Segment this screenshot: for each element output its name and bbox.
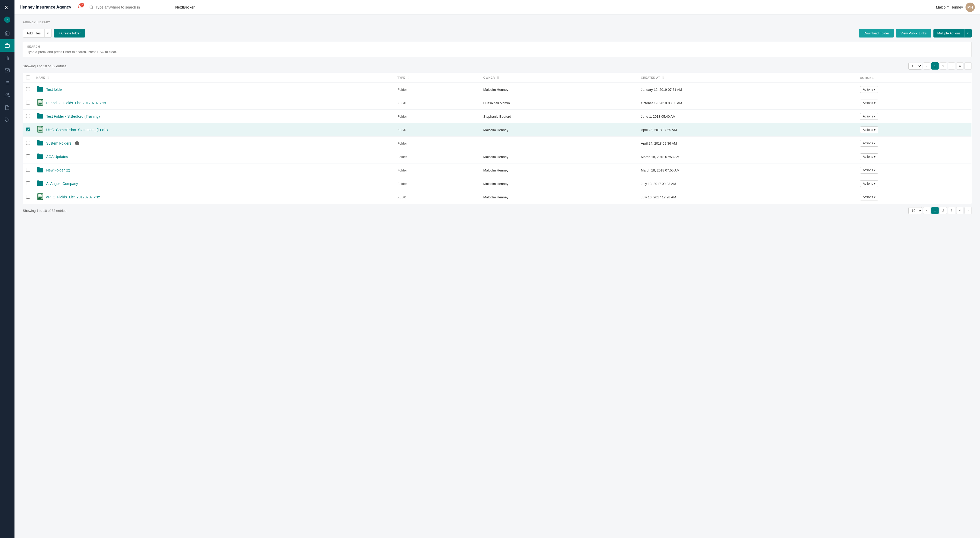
type-value: Folder [398, 182, 407, 186]
per-page-select-bottom[interactable]: 10 25 50 [908, 207, 922, 214]
owner-column-header[interactable]: OWNER ⇅ [480, 73, 638, 83]
file-icon [37, 166, 44, 174]
sidebar-expand-button[interactable]: › [4, 17, 10, 23]
multiple-actions-arrow[interactable]: ▾ [964, 29, 972, 37]
row-checkbox[interactable] [26, 100, 30, 105]
actions-cell: Actions ▾ [857, 83, 972, 96]
file-name-link[interactable]: New Folder (2) [37, 166, 391, 174]
file-name-link[interactable]: Al Angelo Company [37, 180, 391, 188]
next-page-button[interactable]: › [964, 62, 972, 70]
page-3-button[interactable]: 3 [948, 62, 955, 70]
prev-page-button-bottom[interactable]: ‹ [923, 207, 930, 214]
file-name-link[interactable]: XLS P_and_C_Fields_List_20170707.xlsx [37, 99, 391, 107]
file-name-text: Al Angelo Company [46, 181, 78, 186]
created-at-cell: April 24, 2018 09:36 AM [638, 137, 857, 150]
actions-button[interactable]: Actions ▾ [860, 113, 878, 120]
row-checkbox[interactable] [26, 127, 30, 131]
file-icon [37, 139, 44, 147]
actions-button[interactable]: Actions ▾ [860, 100, 878, 106]
page-2-button[interactable]: 2 [940, 62, 947, 70]
file-name-link[interactable]: Test Folder - S.Bedford (Training) [37, 112, 391, 120]
page-4-button-bottom[interactable]: 4 [956, 207, 963, 214]
notification-bell[interactable]: 2 [77, 4, 83, 10]
row-checkbox-cell [23, 96, 33, 110]
owner-value: Malcolm Henney [483, 155, 508, 159]
app-container: X › [0, 0, 980, 538]
multiple-actions-label[interactable]: Multiple Actions [934, 29, 964, 37]
download-folder-button[interactable]: Download Folder [859, 29, 894, 38]
add-files-dropdown-arrow[interactable]: ▾ [45, 29, 51, 37]
sidebar-item-briefcase[interactable] [0, 39, 14, 52]
multiple-actions-button[interactable]: Multiple Actions ▾ [934, 29, 972, 38]
name-column-header[interactable]: NAME ⇅ [33, 73, 394, 83]
page-4-button[interactable]: 4 [956, 62, 963, 70]
actions-button[interactable]: Actions ▾ [860, 140, 878, 146]
actions-button[interactable]: Actions ▾ [860, 167, 878, 173]
date-value: April 25, 2018 07:25 AM [641, 128, 677, 132]
actions-cell: Actions ▾ [857, 150, 972, 164]
type-cell: Folder [394, 137, 480, 150]
per-page-select[interactable]: 10 25 50 [908, 63, 922, 70]
created-at-cell: March 18, 2018 07:58 AM [638, 150, 857, 164]
type-column-header[interactable]: TYPE ⇅ [394, 73, 480, 83]
sidebar-item-document[interactable] [0, 101, 14, 114]
select-all-checkbox[interactable] [26, 76, 30, 80]
page-1-button-bottom[interactable]: 1 [931, 207, 939, 214]
svg-rect-1 [5, 45, 10, 48]
svg-text:XLS: XLS [38, 197, 41, 199]
created-at-column-header[interactable]: CREATED AT ⇅ [638, 73, 857, 83]
search-input[interactable] [27, 50, 967, 54]
page-2-button-bottom[interactable]: 2 [940, 207, 947, 214]
file-name-link[interactable]: XLS aP_C_Fields_List_20170707.xlsx [37, 193, 391, 201]
created-at-cell: October 19, 2018 08:53 AM [638, 96, 857, 110]
add-files-label[interactable]: Add Files [23, 29, 45, 37]
actions-button[interactable]: Actions ▾ [860, 180, 878, 187]
actions-label: Actions [863, 182, 873, 185]
actions-button[interactable]: Actions ▾ [860, 153, 878, 160]
row-checkbox[interactable] [26, 141, 30, 145]
topbar: Henney Insurance Agency 2 NextBroker Mal… [14, 0, 980, 14]
actions-button[interactable]: Actions ▾ [860, 194, 878, 201]
file-name-link[interactable]: ACA Updates [37, 153, 391, 161]
actions-cell: Actions ▾ [857, 123, 972, 137]
view-public-links-button[interactable]: View Public Links [896, 29, 931, 38]
type-value: Folder [398, 155, 407, 159]
file-name-link[interactable]: Test folder [37, 85, 391, 93]
app-logo[interactable]: X [0, 0, 14, 14]
user-menu[interactable]: Malcolm Henney MH [936, 3, 975, 12]
create-folder-button[interactable]: + Create folder [54, 29, 85, 38]
row-checkbox[interactable] [26, 114, 30, 118]
row-checkbox[interactable] [26, 195, 30, 199]
row-checkbox[interactable] [26, 154, 30, 158]
created-at-cell: July 13, 2017 09:23 AM [638, 177, 857, 190]
prev-page-button[interactable]: ‹ [923, 62, 930, 70]
sidebar-item-tag[interactable] [0, 114, 14, 126]
add-files-button[interactable]: Add Files ▾ [23, 29, 52, 38]
page-1-button[interactable]: 1 [931, 62, 939, 70]
file-name-cell: Al Angelo Company [33, 177, 394, 190]
row-checkbox[interactable] [26, 181, 30, 185]
type-sort-icon: ⇅ [407, 76, 410, 80]
file-name-link[interactable]: System Folders i [37, 139, 391, 147]
sidebar-item-people[interactable] [0, 89, 14, 101]
actions-button[interactable]: Actions ▾ [860, 126, 878, 133]
created-at-sort-icon: ⇅ [662, 76, 665, 80]
row-checkbox[interactable] [26, 168, 30, 172]
owner-cell: Malcolm Henney [480, 150, 638, 164]
sidebar-item-list[interactable] [0, 76, 14, 89]
file-icon: XLS [37, 126, 44, 134]
owner-cell [480, 137, 638, 150]
next-page-button-bottom[interactable]: › [964, 207, 972, 214]
sidebar-item-chart[interactable] [0, 52, 14, 64]
info-icon[interactable]: i [75, 141, 79, 145]
actions-button[interactable]: Actions ▾ [860, 86, 878, 93]
actions-cell: Actions ▾ [857, 190, 972, 204]
file-name-link[interactable]: XLS UHC_Commission_Statement_(1).xlsx [37, 126, 391, 134]
sidebar-item-mail[interactable] [0, 64, 14, 76]
sidebar-item-home[interactable] [0, 27, 14, 39]
file-icon [37, 180, 44, 188]
row-checkbox[interactable] [26, 87, 30, 91]
global-search-input[interactable] [95, 5, 173, 9]
page-3-button-bottom[interactable]: 3 [948, 207, 955, 214]
user-avatar[interactable]: MH [966, 3, 975, 12]
